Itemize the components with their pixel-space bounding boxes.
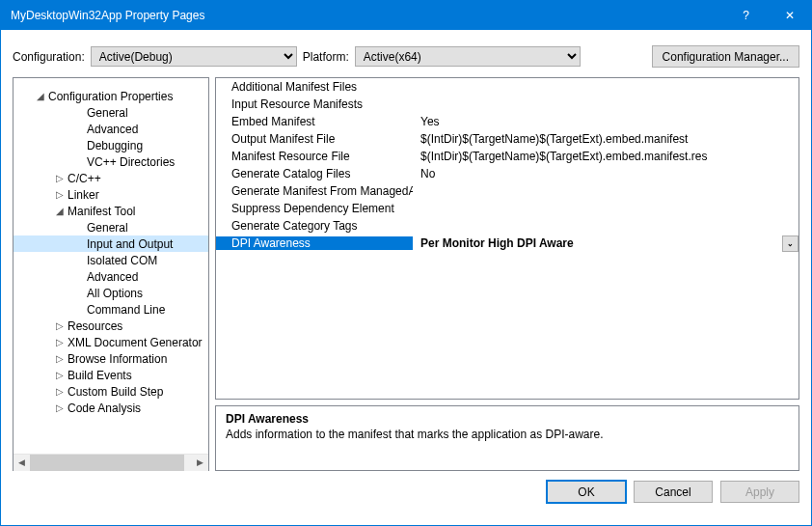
tree[interactable]: ◢ Configuration Properties GeneralAdvanc…: [14, 78, 208, 454]
tree-item[interactable]: General: [14, 104, 208, 121]
tree-item[interactable]: ▷Custom Build Step: [14, 383, 208, 400]
tree-item-label: Code Analysis: [68, 401, 141, 415]
configuration-manager-button[interactable]: Configuration Manager...: [652, 45, 799, 68]
window-title: MyDesktopWin32App Property Pages: [11, 9, 724, 22]
tree-item[interactable]: ▷Browse Information: [14, 350, 208, 367]
chevron-down-icon[interactable]: ⌄: [782, 235, 798, 252]
tree-item-label: Input and Output: [87, 237, 173, 251]
grid-row[interactable]: Embed ManifestYes: [216, 113, 798, 130]
property-name: Generate Category Tags: [216, 219, 413, 233]
tree-root[interactable]: ◢ Configuration Properties: [14, 88, 208, 104]
property-name: Suppress Dependency Element: [216, 202, 413, 215]
grid-row[interactable]: Output Manifest File$(IntDir)$(TargetNam…: [216, 130, 798, 148]
tree-item[interactable]: ▷Linker: [14, 186, 208, 203]
tree-item[interactable]: General: [14, 219, 208, 235]
tree-item[interactable]: Advanced: [14, 268, 208, 285]
tree-item[interactable]: ▷XML Document Generator: [14, 334, 208, 350]
tree-item-label: Browse Information: [68, 352, 167, 366]
expand-icon[interactable]: ▷: [52, 402, 68, 413]
property-name: Generate Manifest From ManagedAssembly: [216, 184, 413, 198]
tree-item-label: Linker: [68, 188, 99, 202]
property-name: Additional Manifest Files: [216, 80, 413, 94]
config-row: Configuration: Active(Debug) Platform: A…: [1, 30, 811, 77]
tree-item-label: Build Events: [68, 369, 132, 382]
tree-item[interactable]: ◢Manifest Tool: [14, 203, 208, 219]
grid-row[interactable]: Generate Manifest From ManagedAssembly: [216, 182, 798, 200]
tree-item-label: C/C++: [68, 172, 101, 185]
expand-icon[interactable]: ▷: [52, 337, 68, 347]
tree-item-label: Advanced: [87, 123, 138, 136]
platform-label: Platform:: [303, 50, 349, 64]
collapse-icon[interactable]: ◢: [33, 91, 48, 101]
property-value[interactable]: $(IntDir)$(TargetName)$(TargetExt).embed…: [413, 132, 798, 146]
property-value[interactable]: Per Monitor High DPI Aware⌄: [413, 235, 798, 252]
description-panel: DPI Awareness Adds information to the ma…: [215, 405, 799, 471]
help-button[interactable]: ?: [724, 1, 768, 30]
grid-row[interactable]: Input Resource Manifests: [216, 96, 798, 113]
tree-item-label: XML Document Generator: [68, 336, 203, 349]
tree-item[interactable]: Advanced: [14, 121, 208, 137]
help-icon: ?: [743, 9, 749, 22]
right-column: Additional Manifest FilesInput Resource …: [215, 77, 799, 471]
tree-item-label: General: [87, 221, 128, 235]
tree-item-label: All Options: [87, 287, 143, 300]
apply-button[interactable]: Apply: [720, 481, 799, 503]
property-name: Input Resource Manifests: [216, 97, 413, 111]
tree-panel: ◢ Configuration Properties GeneralAdvanc…: [13, 77, 209, 471]
ok-button[interactable]: OK: [547, 481, 626, 503]
platform-select[interactable]: Active(x64): [355, 46, 581, 67]
tree-item[interactable]: All Options: [14, 285, 208, 301]
scroll-left-icon[interactable]: ◀: [14, 455, 30, 471]
grid-row[interactable]: Generate Category Tags: [216, 217, 798, 235]
tree-item[interactable]: Command Line: [14, 301, 208, 318]
tree-item-label: Custom Build Step: [68, 385, 163, 399]
tree-item[interactable]: Input and Output: [14, 235, 208, 252]
tree-item-label: Debugging: [87, 139, 143, 152]
collapse-icon[interactable]: ◢: [52, 206, 68, 216]
property-grid[interactable]: Additional Manifest FilesInput Resource …: [215, 77, 799, 400]
tree-item-label: General: [87, 106, 128, 120]
expand-icon[interactable]: ▷: [52, 189, 68, 200]
tree-item-label: VC++ Directories: [87, 155, 175, 169]
titlebar[interactable]: MyDesktopWin32App Property Pages ? ✕: [1, 1, 811, 30]
property-name: Output Manifest File: [216, 132, 413, 146]
tree-item[interactable]: ▷Code Analysis: [14, 400, 208, 416]
grid-row[interactable]: DPI AwarenessPer Monitor High DPI Aware⌄: [216, 235, 798, 252]
expand-icon[interactable]: ▷: [52, 320, 68, 331]
tree-item-label: Advanced: [87, 270, 138, 284]
horizontal-scrollbar[interactable]: ◀ ▶: [14, 454, 208, 470]
footer: OK Cancel Apply: [1, 481, 811, 514]
property-value-text: Per Monitor High DPI Aware: [420, 236, 782, 250]
expand-icon[interactable]: ▷: [52, 353, 68, 364]
expand-icon[interactable]: ▷: [52, 173, 68, 183]
grid-row[interactable]: Manifest Resource File$(IntDir)$(TargetN…: [216, 148, 798, 165]
tree-item-label: Manifest Tool: [68, 205, 135, 218]
expand-icon[interactable]: ▷: [52, 386, 68, 397]
grid-row[interactable]: Additional Manifest Files: [216, 78, 798, 96]
tree-item[interactable]: ▷C/C++: [14, 170, 208, 186]
property-value[interactable]: Yes: [413, 115, 798, 128]
tree-item-label: Command Line: [87, 303, 165, 317]
tree-item[interactable]: Isolated COM: [14, 252, 208, 268]
grid-row[interactable]: Suppress Dependency Element: [216, 200, 798, 217]
grid-row[interactable]: Generate Catalog FilesNo: [216, 165, 798, 182]
scrollbar-track[interactable]: [30, 455, 192, 471]
main-area: ◢ Configuration Properties GeneralAdvanc…: [1, 77, 811, 481]
tree-item[interactable]: ▷Build Events: [14, 367, 208, 383]
close-icon: ✕: [785, 9, 795, 22]
tree-item[interactable]: VC++ Directories: [14, 153, 208, 170]
property-value[interactable]: No: [413, 167, 798, 180]
property-value[interactable]: $(IntDir)$(TargetName)$(TargetExt).embed…: [413, 150, 798, 163]
expand-icon[interactable]: ▷: [52, 370, 68, 380]
tree-item-label: Resources: [68, 319, 122, 333]
tree-item[interactable]: ▷Resources: [14, 318, 208, 334]
configuration-label: Configuration:: [13, 50, 85, 64]
description-text: Adds information to the manifest that ma…: [226, 428, 789, 441]
scrollbar-thumb[interactable]: [30, 455, 184, 471]
close-button[interactable]: ✕: [768, 1, 811, 30]
configuration-select[interactable]: Active(Debug): [91, 46, 297, 67]
property-name: Manifest Resource File: [216, 150, 413, 163]
tree-item[interactable]: Debugging: [14, 137, 208, 153]
scroll-right-icon[interactable]: ▶: [192, 455, 208, 471]
cancel-button[interactable]: Cancel: [634, 481, 713, 503]
